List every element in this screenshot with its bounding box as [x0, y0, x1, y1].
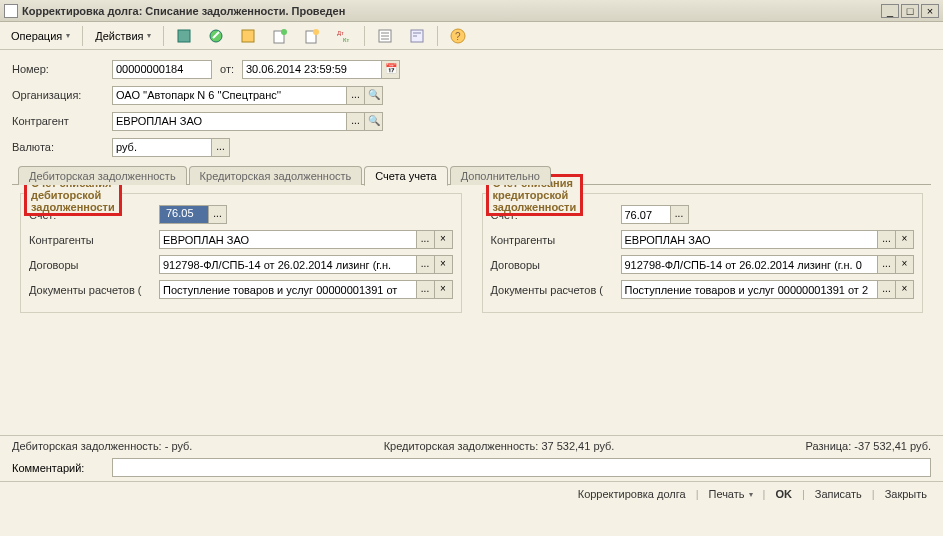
debit-counter-label: Контрагенты [29, 234, 159, 246]
bottom-buttons: Корректировка долга | Печать | OK | Запи… [0, 481, 943, 506]
credit-counter-field[interactable] [621, 230, 879, 249]
debit-counter-select[interactable]: ... [417, 230, 435, 249]
toolbar: Операция Действия ДтКт ? [0, 22, 943, 50]
org-field[interactable] [112, 86, 347, 105]
maximize-button[interactable]: □ [901, 4, 919, 18]
currency-select-button[interactable]: ... [212, 138, 230, 157]
credit-fieldset: Счет списания кредиторской задолженности… [482, 193, 924, 313]
counter-select-button[interactable]: ... [347, 112, 365, 131]
org-select-button[interactable]: ... [347, 86, 365, 105]
window-title: Корректировка долга: Списание задолженно… [22, 5, 881, 17]
report-button[interactable]: Корректировка долга [574, 486, 690, 502]
credit-contract-field[interactable] [621, 255, 879, 274]
credit-counter-select[interactable]: ... [878, 230, 896, 249]
credit-docs-field[interactable] [621, 280, 879, 299]
svg-point-4 [281, 29, 287, 35]
close-button[interactable]: × [921, 4, 939, 18]
from-label: от: [212, 63, 242, 75]
counter-label: Контрагент [12, 115, 112, 127]
svg-text:?: ? [455, 31, 461, 42]
credit-docs-label: Документы расчетов ( [491, 284, 621, 296]
tab-more[interactable]: Дополнительно [450, 166, 551, 185]
toolbar-btn-4[interactable] [265, 25, 295, 47]
number-field[interactable] [112, 60, 212, 79]
debit-account-field[interactable]: 76.05 [159, 205, 209, 224]
document-icon [4, 4, 18, 18]
toolbar-btn-3[interactable] [233, 25, 263, 47]
toolbar-btn-list[interactable] [370, 25, 400, 47]
debit-contract-clear[interactable]: × [435, 255, 453, 274]
debit-contract-select[interactable]: ... [417, 255, 435, 274]
tabs: Дебиторская задолженность Кредиторская з… [12, 166, 931, 185]
credit-docs-clear[interactable]: × [896, 280, 914, 299]
status-debit: Дебиторская задолженность: - руб. [12, 440, 192, 452]
actions-menu[interactable]: Действия [88, 27, 158, 45]
debit-counter-clear[interactable]: × [435, 230, 453, 249]
calendar-button[interactable]: 📅 [382, 60, 400, 79]
toolbar-btn-help[interactable]: ? [443, 25, 473, 47]
print-button[interactable]: Печать [704, 486, 756, 502]
number-label: Номер: [12, 63, 112, 75]
status-diff: Разница: -37 532,41 руб. [806, 440, 931, 452]
credit-docs-select[interactable]: ... [878, 280, 896, 299]
counter-field[interactable] [112, 112, 347, 131]
status-credit: Кредиторская задолженность: 37 532,41 ру… [384, 440, 615, 452]
minimize-button[interactable]: _ [881, 4, 899, 18]
save-button[interactable]: Записать [811, 486, 866, 502]
currency-field[interactable] [112, 138, 212, 157]
toolbar-btn-1[interactable] [169, 25, 199, 47]
tab-panel-accounts: Счет списания дебиторской задолженности … [12, 185, 931, 435]
debit-contract-field[interactable] [159, 255, 417, 274]
credit-account-select[interactable]: ... [671, 205, 689, 224]
debit-counter-field[interactable] [159, 230, 417, 249]
titlebar: Корректировка долга: Списание задолженно… [0, 0, 943, 22]
credit-counter-clear[interactable]: × [896, 230, 914, 249]
credit-counter-label: Контрагенты [491, 234, 621, 246]
credit-contract-clear[interactable]: × [896, 255, 914, 274]
svg-rect-0 [178, 30, 190, 42]
svg-rect-2 [242, 30, 254, 42]
toolbar-btn-form[interactable] [402, 25, 432, 47]
toolbar-btn-dt-kt[interactable]: ДтКт [329, 25, 359, 47]
comment-field[interactable] [112, 458, 931, 477]
currency-label: Валюта: [12, 141, 112, 153]
debit-docs-clear[interactable]: × [435, 280, 453, 299]
debit-contract-label: Договоры [29, 259, 159, 271]
toolbar-btn-2[interactable] [201, 25, 231, 47]
debit-docs-label: Документы расчетов ( [29, 284, 159, 296]
debit-account-select[interactable]: ... [209, 205, 227, 224]
svg-text:Кт: Кт [343, 37, 349, 43]
org-label: Организация: [12, 89, 112, 101]
operation-menu[interactable]: Операция [4, 27, 77, 45]
debit-docs-select[interactable]: ... [417, 280, 435, 299]
credit-account-field[interactable] [621, 205, 671, 224]
comment-label: Комментарий: [12, 462, 112, 474]
org-search-button[interactable]: 🔍 [365, 86, 383, 105]
debit-fieldset: Счет списания дебиторской задолженности … [20, 193, 462, 313]
credit-contract-select[interactable]: ... [878, 255, 896, 274]
svg-text:Дт: Дт [337, 30, 344, 36]
svg-point-6 [313, 29, 319, 35]
tab-credit[interactable]: Кредиторская задолженность [189, 166, 363, 185]
date-field[interactable] [242, 60, 382, 79]
credit-contract-label: Договоры [491, 259, 621, 271]
status-bar: Дебиторская задолженность: - руб. Кредит… [0, 435, 943, 456]
debit-docs-field[interactable] [159, 280, 417, 299]
tab-debit[interactable]: Дебиторская задолженность [18, 166, 187, 185]
counter-search-button[interactable]: 🔍 [365, 112, 383, 131]
close-window-button[interactable]: Закрыть [881, 486, 931, 502]
toolbar-btn-5[interactable] [297, 25, 327, 47]
tab-accounts[interactable]: Счета учета [364, 166, 447, 186]
ok-button[interactable]: OK [771, 486, 796, 502]
